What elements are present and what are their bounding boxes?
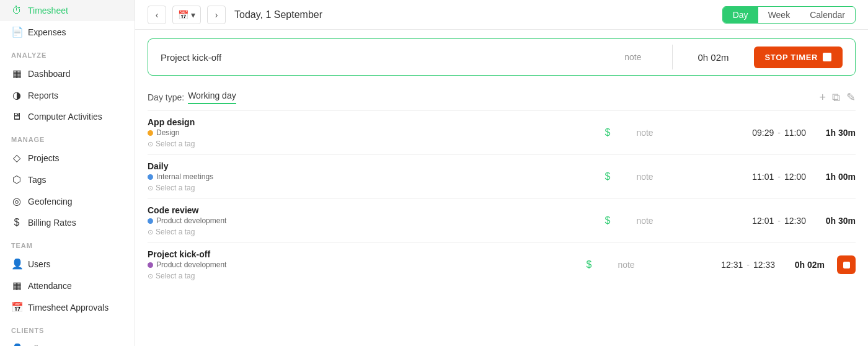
sidebar: ⏱ Timesheet📄 ExpensesANALYZE▦ Dashboard◑… xyxy=(0,0,135,346)
entry-note-0[interactable]: note xyxy=(636,128,653,138)
header-date: Today, 1 September xyxy=(234,9,716,20)
sidebar-item-projects[interactable]: ◇ Projects xyxy=(0,147,135,169)
sidebar-label-2: Dashboard xyxy=(28,69,71,79)
sidebar-item-billing-rates[interactable]: $ Billing Rates xyxy=(0,212,135,233)
sidebar-icon-5: ◇ xyxy=(11,152,22,164)
timer-elapsed: 0h 02m xyxy=(698,52,728,63)
sidebar-item-computer-activities[interactable]: 🖥 Computer Activities xyxy=(0,106,135,127)
tag-icon-1: ⊙ xyxy=(148,184,153,192)
sidebar-item-geofencing[interactable]: ◎ Geofencing xyxy=(0,190,135,212)
table-row: Code review Product development ⊙ Select… xyxy=(148,198,856,242)
stop-entry-button-3[interactable] xyxy=(837,255,856,274)
chevron-down-icon: ▾ xyxy=(191,10,195,20)
entry-category-1: Internal meetings xyxy=(156,172,213,181)
entry-duration-1: 1h 00m xyxy=(826,172,856,182)
sidebar-label-10: Attendance xyxy=(28,281,72,291)
sidebar-item-reports[interactable]: ◑ Reports xyxy=(0,84,135,106)
entry-dollar-2[interactable]: $ xyxy=(605,215,611,226)
entry-duration-0: 1h 30m xyxy=(826,128,856,138)
sidebar-item-expenses[interactable]: 📄 Expenses xyxy=(0,21,135,43)
sidebar-icon-1: 📄 xyxy=(11,26,22,38)
copy-button[interactable]: ⧉ xyxy=(832,91,840,104)
entry-note-1[interactable]: note xyxy=(636,172,653,182)
sidebar-label-1: Expenses xyxy=(28,27,66,37)
entry-title-2: Code review xyxy=(148,205,595,215)
entries-table: App design Design ⊙ Select a tag $ note … xyxy=(148,110,856,346)
entry-time-3: 12:31 - 12:33 xyxy=(721,260,775,270)
sidebar-icon-9: 👤 xyxy=(11,258,22,270)
sidebar-item-dashboard[interactable]: ▦ Dashboard xyxy=(0,63,135,84)
timer-task-name: Project kick-off xyxy=(161,52,612,63)
sidebar-section-team: TEAM xyxy=(0,233,135,253)
entry-time-0: 09:29 - 11:00 xyxy=(752,128,806,138)
sidebar-item-clients[interactable]: 👤 Clients xyxy=(0,338,135,346)
header-bar: ‹ 📅 ▾ › Today, 1 September Day Week Cale… xyxy=(135,0,868,30)
stop-timer-button[interactable]: STOP TIMER xyxy=(754,47,843,68)
entry-info-0: App design Design ⊙ Select a tag xyxy=(148,117,595,148)
tag-icon-0: ⊙ xyxy=(148,140,153,148)
sidebar-item-tags[interactable]: ⬡ Tags xyxy=(0,169,135,190)
entry-note-3[interactable]: note xyxy=(618,260,634,270)
sidebar-icon-0: ⏱ xyxy=(11,5,22,16)
entry-tag-3[interactable]: ⊙ Select a tag xyxy=(148,272,577,280)
sidebar-icon-3: ◑ xyxy=(11,89,22,101)
entry-category-2: Product development xyxy=(156,216,226,225)
sidebar-label-6: Tags xyxy=(28,175,46,185)
entry-actions-3 xyxy=(825,255,856,274)
stop-timer-label: STOP TIMER xyxy=(765,53,818,62)
entry-note-2[interactable]: note xyxy=(636,216,653,226)
entry-start-2: 12:01 xyxy=(752,216,774,226)
edit-button[interactable]: ✎ xyxy=(846,91,856,104)
next-button[interactable]: › xyxy=(207,6,226,24)
entry-info-2: Code review Product development ⊙ Select… xyxy=(148,205,595,236)
dot-3 xyxy=(148,262,153,268)
tag-icon-2: ⊙ xyxy=(148,228,153,236)
entry-tag-1[interactable]: ⊙ Select a tag xyxy=(148,184,595,192)
record-square-icon xyxy=(843,262,850,268)
entry-sub-3: Product development xyxy=(148,260,577,269)
entry-dollar-0[interactable]: $ xyxy=(605,127,611,138)
sidebar-label-8: Billing Rates xyxy=(28,218,76,228)
entry-end-1: 12:00 xyxy=(784,172,806,182)
sidebar-icon-8: $ xyxy=(11,217,22,228)
day-type-value: Working day xyxy=(188,91,236,104)
view-week-button[interactable]: Week xyxy=(758,7,800,23)
sidebar-label-3: Reports xyxy=(28,91,58,100)
sidebar-item-timesheet-approvals[interactable]: 📅 Timesheet Approvals xyxy=(0,296,135,318)
entry-category-0: Design xyxy=(156,128,179,137)
day-type-label: Day type: xyxy=(148,92,184,102)
calendar-button[interactable]: 📅 ▾ xyxy=(172,6,201,24)
timer-note[interactable]: note xyxy=(624,52,641,62)
tag-icon-3: ⊙ xyxy=(148,272,153,280)
add-entry-button[interactable]: + xyxy=(819,91,826,104)
day-type-actions: + ⧉ ✎ xyxy=(819,91,856,104)
entry-tag-0[interactable]: ⊙ Select a tag xyxy=(148,140,595,148)
entry-sub-1: Internal meetings xyxy=(148,172,595,181)
sidebar-section-manage: MANAGE xyxy=(0,127,135,147)
table-row: App design Design ⊙ Select a tag $ note … xyxy=(148,110,856,154)
view-toggle: Day Week Calendar xyxy=(722,6,856,24)
entry-tag-2[interactable]: ⊙ Select a tag xyxy=(148,228,595,236)
sidebar-label-5: Projects xyxy=(28,153,60,163)
sidebar-icon-12: 👤 xyxy=(11,343,22,346)
entry-end-2: 12:30 xyxy=(784,216,806,226)
dot-2 xyxy=(148,218,153,224)
entry-dollar-1[interactable]: $ xyxy=(605,171,611,182)
prev-button[interactable]: ‹ xyxy=(148,6,166,24)
day-type-row: Day type: Working day + ⧉ ✎ xyxy=(135,84,868,104)
calendar-icon: 📅 xyxy=(178,10,188,20)
timer-divider xyxy=(672,45,673,69)
entry-info-3: Project kick-off Product development ⊙ S… xyxy=(148,249,577,280)
view-calendar-button[interactable]: Calendar xyxy=(800,7,855,23)
sidebar-item-attendance[interactable]: ▦ Attendance xyxy=(0,275,135,296)
tag-label-2: Select a tag xyxy=(156,228,195,236)
entry-start-3: 12:31 xyxy=(721,260,743,270)
view-day-button[interactable]: Day xyxy=(723,7,758,23)
stop-icon xyxy=(823,53,831,61)
entry-time-2: 12:01 - 12:30 xyxy=(752,216,806,226)
sidebar-item-users[interactable]: 👤 Users xyxy=(0,253,135,275)
sidebar-label-0: Timesheet xyxy=(28,6,68,16)
sidebar-item-timesheet[interactable]: ⏱ Timesheet xyxy=(0,0,135,21)
entry-dollar-3[interactable]: $ xyxy=(587,259,592,270)
table-row: Project kick-off Product development ⊙ S… xyxy=(148,242,856,286)
